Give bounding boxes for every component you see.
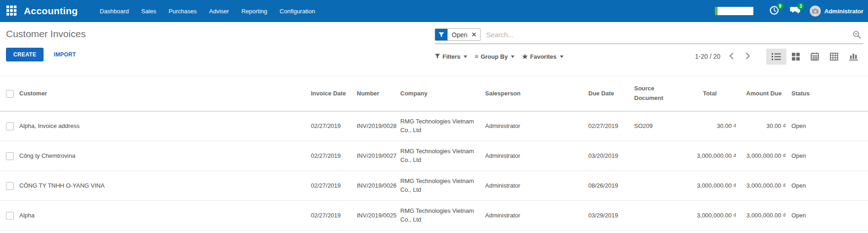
timer-widget[interactable] [715,7,753,15]
list-view-icon [772,53,781,61]
view-switcher [766,48,863,65]
menu-item-purchases[interactable]: Purchases [169,8,197,15]
user-menu[interactable]: Administrator [810,6,863,17]
group-by-icon: ≡ [475,53,478,60]
cell-status: Open [791,141,868,171]
cell-number: INV/2019/0026 [357,171,400,201]
cell-total: 30.00 ₫ [683,111,742,141]
cell-due-date: 03/29/2019 [588,201,634,231]
header-total[interactable]: Total [683,76,742,111]
header-company[interactable]: Company [400,76,485,111]
cell-company: RMG Technologies Vietnam Co., Ltd [400,201,485,231]
row-checkbox[interactable] [6,122,14,130]
table-row[interactable]: CÔNG TY TNHH O-YANG VINA 02/27/2019 INV/… [0,171,868,201]
cell-invoice-date: 02/27/2019 [311,201,357,231]
top-navbar: Accounting Dashboard Sales Purchases Adv… [0,0,868,22]
menu-item-reporting[interactable]: Reporting [241,8,267,15]
table-row[interactable]: Công ty Chemtrovina 02/27/2019 INV/2019/… [0,141,868,171]
create-button[interactable]: CREATE [6,48,44,61]
row-checkbox[interactable] [6,152,14,160]
calendar-view-button[interactable] [805,48,824,65]
chevron-down-icon [464,55,467,58]
cell-due-date: 08/26/2019 [588,171,634,201]
cell-source-document: SO209 [634,111,683,141]
camera-icon [812,8,818,14]
facet-remove-icon[interactable]: ✕ [470,29,480,40]
cell-invoice-date: 02/27/2019 [311,141,357,171]
graph-view-button[interactable] [844,48,863,65]
facet-label: Open [448,29,470,40]
pivot-view-button[interactable] [824,49,844,65]
control-panel-right: Open ✕ Filters ≡ Group By ★ Favo [435,26,868,65]
search-options-row: Filters ≡ Group By ★ Favorites 1-20 / 20 [435,48,863,65]
chevron-left-icon [729,52,734,60]
activities-button[interactable]: 9 [768,5,780,17]
favorites-dropdown[interactable]: ★ Favorites [522,53,563,60]
cell-salesperson: Administrator [485,141,588,171]
cell-source-document [634,201,683,231]
control-panel: Customer Invoices CREATE IMPORT Open ✕ [0,22,868,65]
group-by-dropdown[interactable]: ≡ Group By [475,53,514,60]
cell-salesperson: Administrator [485,201,588,231]
action-buttons: CREATE IMPORT [6,48,435,61]
search-facet-open: Open ✕ [435,28,481,41]
header-status[interactable]: Status [791,76,868,111]
pager-value[interactable]: 1-20 / 20 [695,53,720,60]
cell-company: RMG Technologies Vietnam Co., Ltd [400,141,485,171]
pager: 1-20 / 20 [695,51,754,62]
cell-customer: Alpha, Invoice address [19,111,311,141]
page-title: Customer Invoices [6,28,435,45]
row-checkbox[interactable] [6,212,14,220]
cell-status: Open [791,111,868,141]
cell-customer: Alpha [19,201,311,231]
search-options-icon[interactable] [852,30,862,41]
menu-item-configuration[interactable]: Configuration [280,8,315,15]
app-name[interactable]: Accounting [24,6,78,17]
cell-company: RMG Technologies Vietnam Co., Ltd [400,171,485,201]
cell-number: INV/2019/0028 [357,111,400,141]
cell-total: 3,000,000.00 ₫ [683,171,742,201]
cell-due-date: 02/27/2019 [588,111,634,141]
table-row[interactable]: Alpha 02/27/2019 INV/2019/0025 RMG Techn… [0,201,868,231]
cell-amount-due: 3,000,000.00 ₫ [742,141,791,171]
filters-dropdown[interactable]: Filters [435,53,467,60]
calendar-view-icon [811,52,819,61]
select-all-checkbox[interactable] [6,90,14,98]
activities-badge: 9 [777,3,784,10]
menu-item-dashboard[interactable]: Dashboard [100,8,129,15]
cell-number: INV/2019/0027 [357,141,400,171]
kanban-view-button[interactable] [786,49,805,65]
header-customer[interactable]: Customer [19,76,311,111]
header-salesperson[interactable]: Salesperson [485,76,588,111]
pager-next-button[interactable] [742,51,754,62]
apps-menu-icon[interactable] [6,6,17,17]
search-bar[interactable]: Open ✕ [435,26,863,44]
cell-status: Open [791,201,868,231]
cell-status: Open [791,171,868,201]
messages-button[interactable]: 3 [789,5,801,17]
header-due-date[interactable]: Due Date [588,76,634,111]
header-amount-due[interactable]: Amount Due [742,76,791,111]
cell-customer: Công ty Chemtrovina [19,141,311,171]
cell-source-document [634,171,683,201]
header-number[interactable]: Number [357,76,400,111]
filter-facet-icon [435,29,448,40]
menu-item-adviser[interactable]: Adviser [209,8,229,15]
cell-customer: CÔNG TY TNHH O-YANG VINA [19,171,311,201]
invoice-list: Customer Invoice Date Number Company Sal… [0,76,868,231]
user-name: Administrator [824,8,863,15]
header-source-document[interactable]: Source Document [634,76,683,111]
menu-item-sales[interactable]: Sales [141,8,156,15]
chevron-down-icon [511,55,514,58]
search-input[interactable] [481,31,863,39]
search-dropdowns: Filters ≡ Group By ★ Favorites [435,53,564,60]
import-button[interactable]: IMPORT [54,51,76,58]
cell-number: INV/2019/0025 [357,201,400,231]
table-row[interactable]: Alpha, Invoice address 02/27/2019 INV/20… [0,111,868,141]
list-view-button[interactable] [766,49,786,65]
row-checkbox[interactable] [6,182,14,190]
cell-invoice-date: 02/27/2019 [311,111,357,141]
table-header-row: Customer Invoice Date Number Company Sal… [0,76,868,111]
pager-previous-button[interactable] [725,51,737,62]
header-invoice-date[interactable]: Invoice Date [311,76,357,111]
